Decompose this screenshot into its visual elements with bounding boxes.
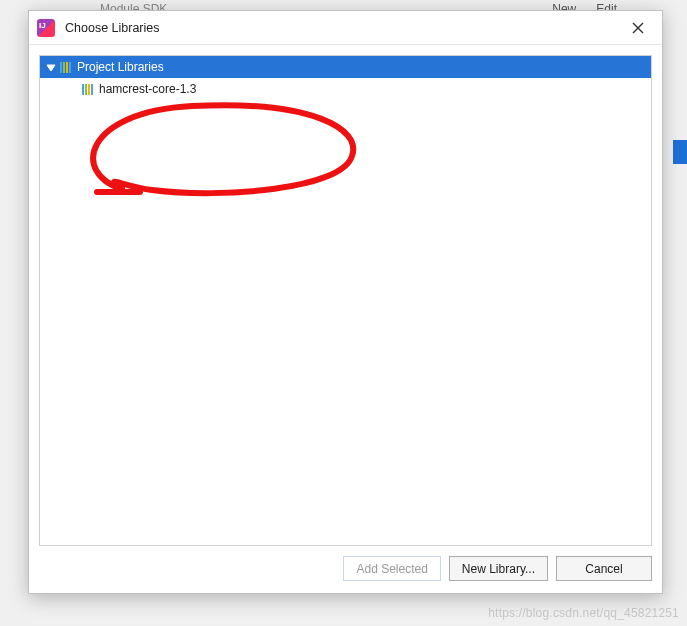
choose-libraries-dialog: Choose Libraries Project Libraries hamcr… [28,10,663,594]
close-button[interactable] [622,15,654,41]
chevron-down-icon [46,62,56,72]
library-tree[interactable]: Project Libraries hamcrest-core-1.3 [39,55,652,546]
tree-node-project-libraries[interactable]: Project Libraries [40,56,651,78]
library-group-icon [60,62,71,73]
library-icon [82,84,93,95]
tree-node-library-item[interactable]: hamcrest-core-1.3 [40,78,651,100]
add-selected-button: Add Selected [343,556,440,581]
background-accent-strip [673,140,687,164]
intellij-icon [37,19,55,37]
new-library-button[interactable]: New Library... [449,556,548,581]
svg-marker-2 [47,65,55,71]
dialog-titlebar: Choose Libraries [29,11,662,45]
watermark-text: https://blog.csdn.net/qq_45821251 [488,606,679,620]
cancel-button[interactable]: Cancel [556,556,652,581]
hand-drawn-circle-annotation [62,94,372,204]
close-icon [632,22,644,34]
dialog-title: Choose Libraries [65,21,160,35]
tree-node-label: Project Libraries [77,60,164,74]
dialog-button-row: Add Selected New Library... Cancel [29,546,662,593]
tree-node-label: hamcrest-core-1.3 [99,82,196,96]
